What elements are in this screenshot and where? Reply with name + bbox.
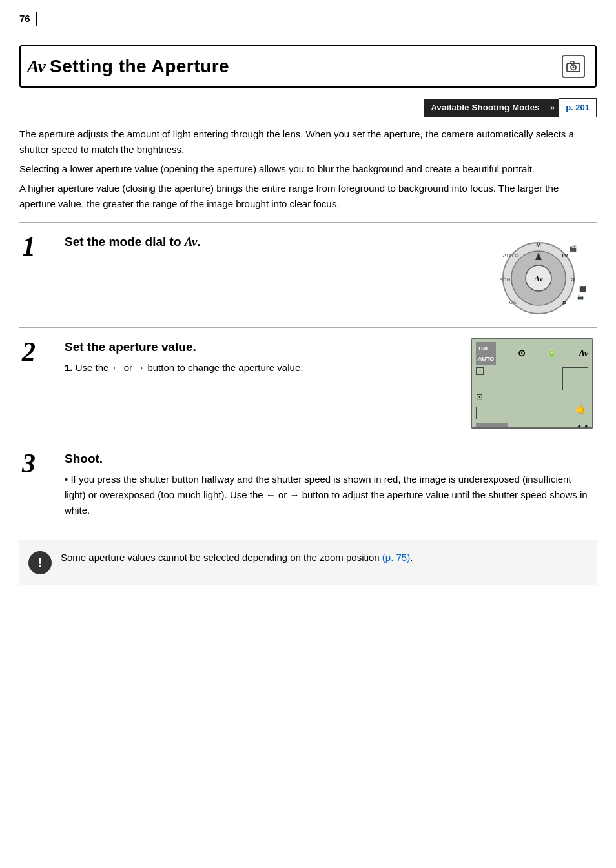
svg-text:P: P	[562, 300, 566, 307]
svg-text:⬛: ⬛	[579, 285, 587, 293]
svg-point-3	[573, 66, 575, 68]
lcd-screen: 150AUTO ⊙ 🔋 Av ⊡	[471, 338, 593, 429]
step-2-title: Set the aperture value.	[65, 338, 461, 357]
step-2-number-col: 2	[19, 338, 58, 429]
lcd-focus-icon: 🤙	[575, 402, 587, 417]
svg-text:S: S	[571, 276, 575, 283]
step-3-body: • If you press the shutter button halfwa…	[65, 472, 590, 518]
intro-para-1: The aperture adjusts the amount of light…	[19, 126, 597, 157]
shooting-modes-label: Available Shooting Modes	[424, 99, 546, 117]
lcd-bottom-row: F4.0 ±0 14	[472, 421, 592, 429]
note-text: Some aperture values cannot be selected …	[61, 550, 413, 565]
note-icon: !	[28, 551, 52, 574]
lcd-large-square	[562, 367, 588, 390]
note-box: ! Some aperture values cannot be selecte…	[19, 540, 597, 585]
lcd-iso-text: 150AUTO	[478, 345, 494, 363]
step-2-image: 150AUTO ⊙ 🔋 Av ⊡	[467, 338, 597, 429]
lcd-left-col: ⊡	[476, 367, 485, 420]
step-2-number: 2	[22, 338, 36, 365]
step-3-content: Shoot. • If you press the shutter button…	[58, 450, 597, 519]
lcd-top-row: 150AUTO ⊙ 🔋 Av	[472, 339, 592, 366]
lcd-camera-small-icon: ⊡	[476, 390, 483, 403]
note-link[interactable]: (p. 75)	[382, 552, 410, 563]
svg-rect-2	[571, 61, 574, 64]
step-1-number: 1	[22, 233, 36, 260]
svg-text:Tv: Tv	[561, 252, 568, 259]
svg-text:M: M	[536, 242, 541, 248]
mode-dial-svg: M Tv S P AUTO SCN CA Av 🎬	[477, 233, 587, 317]
lcd-aperture-val: F4.0 ±0	[476, 423, 508, 429]
shooting-modes-page[interactable]: p. 201	[559, 98, 597, 117]
step-3-title: Shoot.	[65, 450, 590, 469]
lcd-av-label: Av	[579, 347, 588, 360]
step-2-sub-num: 1.	[65, 362, 73, 373]
step-3-number-col: 3	[19, 450, 58, 519]
page-container: 76 Av Setting the Aperture Available Sho…	[0, 0, 616, 868]
intro-para-2: Selecting a lower aperture value (openin…	[19, 161, 597, 177]
svg-text:SCN: SCN	[500, 277, 511, 283]
title-av-label: Av	[27, 53, 46, 80]
step-1-number-col: 1	[19, 233, 58, 317]
steps-container: 1 Set the mode dial to Av. M Tv	[19, 222, 597, 530]
step-1-image: M Tv S P AUTO SCN CA Av 🎬	[467, 233, 597, 317]
step-3-number: 3	[22, 450, 36, 477]
lcd-center: ⊡ 🤙	[472, 366, 592, 421]
lcd-small-square	[476, 367, 484, 375]
page-number: 76	[19, 12, 37, 26]
note-exclamation: !	[38, 557, 42, 569]
main-content: Av Setting the Aperture Available Shooti…	[19, 13, 597, 585]
note-text-before: Some aperture values cannot be selected …	[61, 552, 382, 563]
lcd-level-indicator	[476, 407, 485, 419]
svg-text:🎬: 🎬	[569, 245, 577, 253]
lcd-settings-icon: ⊙	[518, 347, 526, 360]
intro-para-3: A higher aperture value (closing the ape…	[19, 181, 597, 212]
lcd-iso: 150AUTO	[476, 342, 496, 365]
step-2: 2 Set the aperture value. 1. Use the ← o…	[19, 328, 597, 439]
lcd-shots: 14	[577, 422, 588, 429]
svg-text:AUTO: AUTO	[502, 252, 518, 259]
lcd-battery: 🔋	[548, 348, 557, 359]
step-2-body: 1. Use the ← or → button to change the a…	[65, 360, 461, 376]
step-1-av: Av	[185, 235, 198, 248]
shooting-modes-arrow: »	[546, 99, 559, 117]
step-1: 1 Set the mode dial to Av. M Tv	[19, 223, 597, 328]
shooting-modes-bar: Available Shooting Modes » p. 201	[19, 98, 597, 117]
svg-text:📷: 📷	[577, 294, 584, 300]
title-text: Setting the Aperture	[50, 53, 229, 80]
svg-text:CA: CA	[509, 299, 517, 305]
intro-text: The aperture adjusts the amount of light…	[19, 126, 597, 212]
step-1-content: Set the mode dial to Av.	[58, 233, 467, 317]
camera-icon	[562, 55, 585, 78]
step-1-title: Set the mode dial to Av.	[65, 233, 461, 252]
lcd-right-col: 🤙	[488, 367, 588, 417]
step-3: 3 Shoot. • If you press the shutter butt…	[19, 439, 597, 530]
svg-text:Av: Av	[533, 274, 543, 283]
title-left: Av Setting the Aperture	[27, 53, 229, 80]
step-2-content: Set the aperture value. 1. Use the ← or …	[58, 338, 467, 429]
title-section: Av Setting the Aperture	[19, 45, 597, 88]
note-text-after: .	[410, 552, 413, 563]
